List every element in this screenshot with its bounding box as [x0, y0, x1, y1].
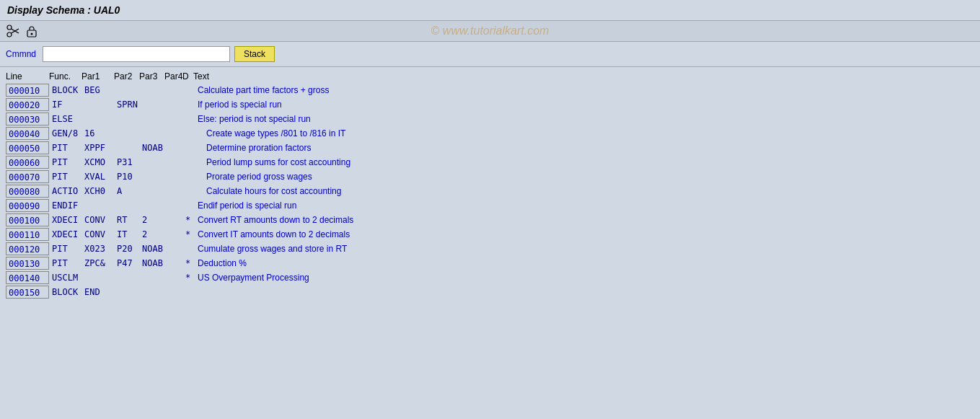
toolbar: © www.tutorialkart.com [0, 21, 980, 42]
cell-par4 [166, 104, 184, 105]
cell-par1: CONV [83, 229, 115, 240]
cell-par2: IT [115, 229, 141, 240]
table-row[interactable]: 000150BLOCKEND [6, 285, 974, 299]
cell-d [184, 190, 195, 192]
table-row[interactable]: 000030ELSEElse: period is not special ru… [6, 112, 974, 126]
title-bar: Display Schema : UAL0 [0, 0, 980, 21]
cell-par2: P47 [115, 257, 141, 269]
cell-d: * [184, 272, 195, 283]
cell-line: 000140 [6, 271, 49, 284]
cell-func: PIT [50, 142, 83, 154]
cell-par4 [166, 147, 184, 149]
main-content: Line Func. Par1 Par2 Par3 Par4 D Text 00… [0, 67, 980, 302]
table-row[interactable]: 000120PITX023P20NOABCumulate gross wages… [6, 242, 974, 256]
cell-line: 000080 [6, 185, 49, 198]
cell-par1 [83, 205, 115, 206]
cell-func: GEN/8 [50, 128, 83, 139]
table-row[interactable]: 000090ENDIFEndif period is special run [6, 198, 974, 213]
cell-par2 [115, 89, 141, 91]
command-input[interactable] [43, 46, 230, 62]
cell-text: Calculate part time factors + gross [195, 85, 974, 95]
stack-button[interactable]: Stack [234, 46, 275, 62]
cell-par4 [166, 263, 184, 264]
cell-text: Convert RT amounts down to 2 decimals [195, 215, 974, 225]
table-row[interactable]: 000080ACTIOXCH0A Calculate hours for cos… [6, 184, 974, 198]
table-row[interactable]: 000130PITZPC&P47NOAB* Deduction % [6, 256, 974, 270]
cell-par1 [83, 277, 115, 278]
svg-point-0 [7, 25, 12, 30]
cell-d [184, 291, 195, 293]
cell-line: 000040 [6, 127, 49, 140]
table-row[interactable]: 000060PITXCMOP31 Period lump sums for co… [6, 155, 974, 169]
cell-par2 [115, 118, 141, 120]
cell-text: Create wage types /801 to /816 in IT [195, 128, 974, 138]
table-row[interactable]: 000010BLOCKBEGCalculate part time factor… [6, 83, 974, 97]
cell-func: BLOCK [50, 84, 83, 96]
cell-par1: ZPC& [83, 257, 115, 269]
cell-func: XDECI [50, 214, 83, 226]
cell-par3: NOAB [141, 142, 166, 154]
cell-text: Deduction % [195, 258, 974, 268]
cell-par2: P31 [115, 156, 141, 168]
cell-par4 [166, 248, 184, 250]
header-text: Text [193, 71, 974, 81]
scissors-icon[interactable] [6, 24, 20, 38]
command-bar: Cmmnd Stack [0, 42, 980, 67]
watermark: © www.tutorialkart.com [431, 25, 549, 38]
table-body: 000010BLOCKBEGCalculate part time factor… [6, 83, 974, 299]
cell-par2 [115, 147, 141, 149]
cell-par3 [141, 190, 166, 192]
cell-par3 [141, 176, 166, 177]
cell-par3: NOAB [141, 257, 166, 269]
cell-par4 [166, 190, 184, 192]
cell-par1: XVAL [83, 171, 115, 182]
table-row[interactable]: 000020IFSPRNIf period is special run [6, 97, 974, 112]
cell-text: Determine proration factors [195, 143, 974, 153]
header-func: Func. [49, 71, 81, 81]
header-par2: Par2 [114, 71, 139, 81]
page-title: Display Schema : UAL0 [7, 4, 120, 16]
cell-par2 [115, 205, 141, 206]
cell-func: PIT [50, 257, 83, 269]
cell-line: 000060 [6, 156, 49, 169]
cell-line: 000100 [6, 213, 49, 226]
cell-par3 [141, 118, 166, 120]
cell-par4 [166, 291, 184, 293]
cell-line: 000090 [6, 199, 49, 212]
cell-par4 [166, 277, 184, 278]
cell-par2 [115, 277, 141, 278]
cell-func: PIT [50, 171, 83, 182]
cell-line: 000020 [6, 98, 49, 111]
header-d: D [182, 71, 193, 81]
cell-par4 [166, 219, 184, 221]
header-par4: Par4 [164, 71, 182, 81]
cell-text: US Overpayment Processing [195, 273, 974, 283]
table-row[interactable]: 000050PITXPPFNOAB Determine proration fa… [6, 141, 974, 155]
svg-point-5 [31, 33, 33, 35]
cell-func: PIT [50, 243, 83, 255]
table-row[interactable]: 000070PITXVALP10 Prorate period gross wa… [6, 169, 974, 184]
cell-par4 [166, 118, 184, 120]
cell-text: Prorate period gross wages [195, 172, 974, 182]
header-line: Line [6, 71, 49, 81]
cell-line: 000030 [6, 113, 49, 125]
lock-icon[interactable] [25, 24, 39, 38]
cell-func: PIT [50, 156, 83, 168]
cell-par2: P20 [115, 243, 141, 255]
table-row[interactable]: 000040GEN/816 Create wage types /801 to … [6, 126, 974, 141]
column-headers: Line Func. Par1 Par2 Par3 Par4 D Text [6, 70, 974, 83]
cell-d: * [184, 214, 195, 226]
cell-d [184, 89, 195, 91]
cell-text: If period is special run [195, 100, 974, 110]
table-row[interactable]: 000140USCLM* US Overpayment Processing [6, 270, 974, 285]
cell-func: IF [50, 99, 83, 110]
cell-par2: A [115, 185, 141, 197]
cell-par2 [115, 291, 141, 293]
cell-line: 000070 [6, 170, 49, 183]
cell-line: 000150 [6, 286, 49, 299]
table-row[interactable]: 000100XDECICONVRT2* Convert RT amounts d… [6, 213, 974, 227]
cell-text: Period lump sums for cost accounting [195, 157, 974, 167]
cell-d [184, 104, 195, 105]
cell-par1: XCMO [83, 156, 115, 168]
table-row[interactable]: 000110XDECICONVIT2* Convert IT amounts d… [6, 227, 974, 242]
